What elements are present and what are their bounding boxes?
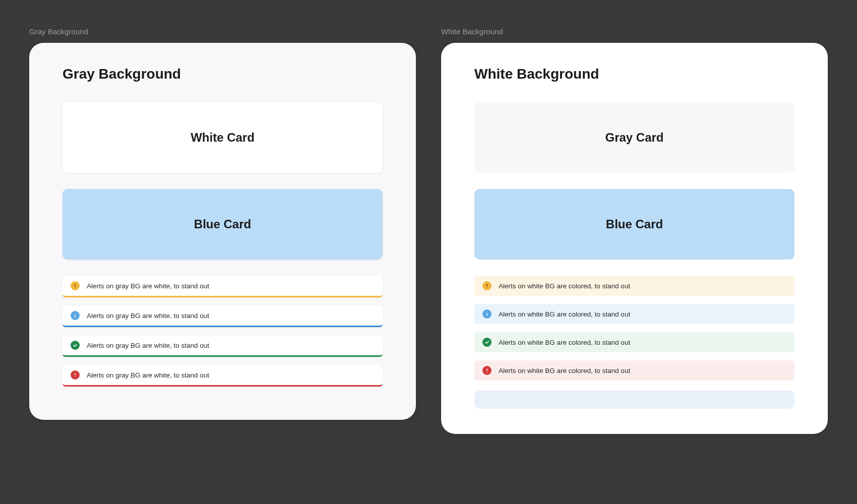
svg-rect-1 <box>75 287 76 288</box>
alert-text: Alerts on gray BG are white, to stand ou… <box>87 312 209 320</box>
warning-icon <box>482 281 492 290</box>
info-icon <box>482 309 492 319</box>
alert-text: Alerts on white BG are colored, to stand… <box>499 339 630 346</box>
card-blue: Blue Card <box>474 189 794 260</box>
alerts-list: Alerts on white BG are colored, to stand… <box>474 276 794 381</box>
alert-text: Alerts on white BG are colored, to stand… <box>499 282 630 290</box>
alerts-list: Alerts on gray BG are white, to stand ou… <box>63 276 383 387</box>
svg-rect-10 <box>486 369 487 371</box>
error-icon <box>482 366 492 375</box>
alert-text: Alerts on gray BG are white, to stand ou… <box>87 342 209 349</box>
svg-rect-0 <box>75 284 76 286</box>
column-gray-bg: Gray Background Gray Background White Ca… <box>29 27 416 434</box>
card-white: White Card <box>63 102 383 173</box>
alert-info: Alerts on white BG are colored, to stand… <box>474 304 794 324</box>
panel-title: Gray Background <box>63 66 383 82</box>
card-title: Gray Card <box>484 131 784 145</box>
check-icon <box>482 338 492 347</box>
alert-success: Alerts on gray BG are white, to stand ou… <box>63 335 383 357</box>
card-blue: Blue Card <box>63 189 383 260</box>
svg-rect-8 <box>486 312 487 313</box>
check-icon <box>71 341 80 350</box>
svg-rect-4 <box>75 373 76 375</box>
panel-title: White Background <box>474 66 794 82</box>
alert-text: Alerts on white BG are colored, to stand… <box>499 310 630 318</box>
column-label-gray: Gray Background <box>29 27 416 36</box>
warning-icon <box>71 281 80 290</box>
alert-text: Alerts on gray BG are white, to stand ou… <box>87 282 209 290</box>
alert-error: Alerts on gray BG are white, to stand ou… <box>63 365 383 387</box>
card-title: Blue Card <box>484 217 784 231</box>
stage: Gray Background Gray Background White Ca… <box>0 0 857 434</box>
alert-text: Alerts on gray BG are white, to stand ou… <box>87 371 209 379</box>
svg-rect-7 <box>486 287 487 288</box>
column-label-white: White Background <box>441 27 828 36</box>
alert-text: Alerts on white BG are colored, to stand… <box>499 367 630 374</box>
error-icon <box>71 370 80 380</box>
svg-rect-6 <box>486 284 487 286</box>
svg-rect-3 <box>75 315 76 317</box>
card-partial <box>474 391 794 409</box>
info-icon <box>71 311 80 320</box>
alert-success: Alerts on white BG are colored, to stand… <box>474 332 794 352</box>
svg-rect-5 <box>75 376 76 377</box>
alert-info: Alerts on gray BG are white, to stand ou… <box>63 305 383 327</box>
card-gray: Gray Card <box>474 102 794 173</box>
alert-warning: Alerts on gray BG are white, to stand ou… <box>63 276 383 297</box>
svg-rect-2 <box>75 313 76 314</box>
alert-warning: Alerts on white BG are colored, to stand… <box>474 276 794 296</box>
panel-gray: Gray Background White Card Blue Card Ale… <box>29 43 416 420</box>
panel-white: White Background Gray Card Blue Card Ale… <box>441 43 828 434</box>
card-title: White Card <box>73 131 373 145</box>
svg-rect-11 <box>486 371 487 372</box>
alert-error: Alerts on white BG are colored, to stand… <box>474 360 794 381</box>
card-title: Blue Card <box>73 217 373 231</box>
svg-rect-9 <box>486 313 487 316</box>
column-white-bg: White Background White Background Gray C… <box>441 27 828 434</box>
